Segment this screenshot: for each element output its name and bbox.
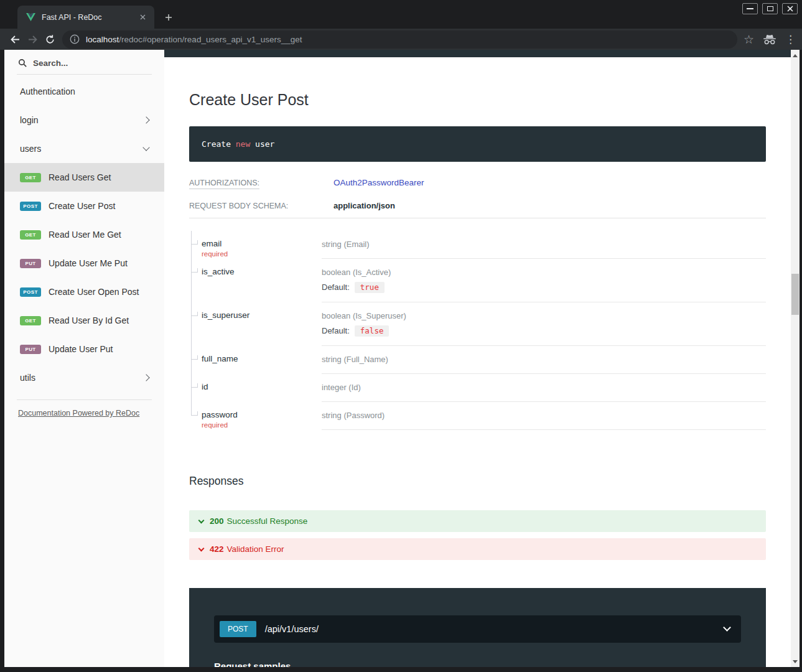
put-badge: PUT xyxy=(20,345,41,354)
tree-connector xyxy=(189,402,202,430)
oauth2-link[interactable]: OAuth2PasswordBearer xyxy=(333,178,424,187)
http-method-badge: POST xyxy=(220,621,256,637)
scroll-up-icon[interactable] xyxy=(791,51,800,60)
main-content: Create User Post Create new user AUTHORI… xyxy=(164,50,791,667)
samples-panel: POST /api/v1/users/ Request samples Payl… xyxy=(189,588,766,667)
chevron-right-icon xyxy=(142,116,149,123)
browser-tab[interactable]: Fast API - ReDoc xyxy=(17,6,154,29)
incognito-icon xyxy=(763,34,776,45)
browser-toolbar: localhost/redoc#operation/read_users_api… xyxy=(0,29,802,50)
schema-field-id: id integer (Id) xyxy=(189,374,766,402)
page-title: Create User Post xyxy=(189,91,766,109)
get-badge: GET xyxy=(20,173,41,182)
required-flag: required xyxy=(202,250,322,258)
chevron-down-icon xyxy=(198,517,205,523)
request-body-schema-label: REQUEST BODY SCHEMA: xyxy=(189,202,333,210)
scrollbar[interactable] xyxy=(791,50,800,667)
response-422-banner[interactable]: 422Validation Error xyxy=(189,538,766,560)
operation-description-code: Create new user xyxy=(189,126,766,162)
site-info-icon[interactable] xyxy=(70,34,80,44)
tab-close-icon[interactable] xyxy=(137,12,148,23)
chevron-down-icon xyxy=(723,623,731,632)
minimize-button[interactable] xyxy=(742,3,758,14)
divider xyxy=(189,218,766,218)
divider xyxy=(17,399,152,400)
address-bar[interactable]: localhost/redoc#operation/read_users_api… xyxy=(62,30,737,49)
chevron-down-icon xyxy=(142,144,149,151)
search-icon xyxy=(18,58,27,68)
previous-section-panel xyxy=(164,50,791,57)
get-badge: GET xyxy=(20,230,41,240)
tree-connector xyxy=(189,302,202,346)
reload-icon[interactable] xyxy=(41,30,58,48)
sidebar-item-update-user-put[interactable]: PUT Update User Put xyxy=(4,335,164,363)
schema-field-is-active: is_active boolean (Is_Active) Default:tr… xyxy=(189,259,766,302)
tab-strip: Fast API - ReDoc xyxy=(0,0,802,29)
url-text: localhost/redoc#operation/read_users_api… xyxy=(86,35,730,44)
tree-connector xyxy=(189,231,202,259)
back-icon[interactable] xyxy=(6,30,24,48)
browser-menu-icon[interactable]: ⋮ xyxy=(785,34,796,45)
content-type-value: application/json xyxy=(333,201,395,210)
endpoint-selector[interactable]: POST /api/v1/users/ xyxy=(214,615,741,643)
sidebar-item-create-user-open-post[interactable]: POST Create User Open Post xyxy=(4,278,164,306)
sidebar-item-update-user-me-put[interactable]: PUT Update User Me Put xyxy=(4,249,164,278)
get-badge: GET xyxy=(20,316,41,325)
default-value-chip: true xyxy=(355,282,385,293)
sidebar-item-read-users-get[interactable]: GET Read Users Get xyxy=(4,163,164,192)
redoc-sidebar: Authentication login users GET Read User… xyxy=(4,50,164,667)
post-badge: POST xyxy=(20,287,41,297)
request-samples-heading: Request samples xyxy=(214,661,741,667)
schema-field-full-name: full_name string (Full_Name) xyxy=(189,346,766,374)
tree-connector xyxy=(189,259,202,302)
response-200-banner[interactable]: 200Successful Response xyxy=(189,510,766,532)
sidebar-item-login[interactable]: login xyxy=(4,106,164,134)
browser-window: Fast API - ReDoc xyxy=(0,0,802,672)
tree-connector xyxy=(189,374,202,402)
favicon-vue-icon xyxy=(26,13,35,21)
responses-heading: Responses xyxy=(189,475,766,488)
sidebar-item-users[interactable]: users xyxy=(4,134,164,163)
search-input[interactable] xyxy=(33,58,139,68)
tree-connector xyxy=(189,346,202,374)
bookmark-star-icon[interactable]: ☆ xyxy=(744,34,754,45)
request-body-schema: email required string (Email) is_active … xyxy=(189,231,766,430)
new-tab-button[interactable] xyxy=(162,11,175,24)
authorizations-label: AUTHORIZATIONS: xyxy=(189,179,333,187)
put-badge: PUT xyxy=(20,259,41,268)
sidebar-item-authentication[interactable]: Authentication xyxy=(4,77,164,106)
scroll-down-icon[interactable] xyxy=(791,657,800,666)
sidebar-item-create-user-post[interactable]: POST Create User Post xyxy=(4,192,164,220)
redoc-credit-link[interactable]: Documentation Powered by ReDoc xyxy=(18,409,139,418)
scrollbar-thumb[interactable] xyxy=(791,274,799,315)
required-flag: required xyxy=(202,421,322,429)
schema-field-email: email required string (Email) xyxy=(189,231,766,259)
endpoint-path: /api/v1/users/ xyxy=(265,624,724,634)
sidebar-item-utils[interactable]: utils xyxy=(4,363,164,392)
close-button[interactable] xyxy=(782,3,798,14)
sidebar-item-read-user-me-get[interactable]: GET Read User Me Get xyxy=(4,220,164,249)
maximize-button[interactable] xyxy=(762,3,778,14)
sidebar-item-read-user-by-id-get[interactable]: GET Read User By Id Get xyxy=(4,306,164,335)
default-value-chip: false xyxy=(355,325,389,337)
chevron-down-icon xyxy=(198,545,205,551)
schema-field-is-superuser: is_superuser boolean (Is_Superuser) Defa… xyxy=(189,302,766,346)
chevron-right-icon xyxy=(142,374,149,381)
forward-icon[interactable] xyxy=(24,30,41,48)
schema-field-password: password required string (Password) xyxy=(189,402,766,430)
post-badge: POST xyxy=(20,202,41,211)
tab-title: Fast API - ReDoc xyxy=(42,13,137,22)
